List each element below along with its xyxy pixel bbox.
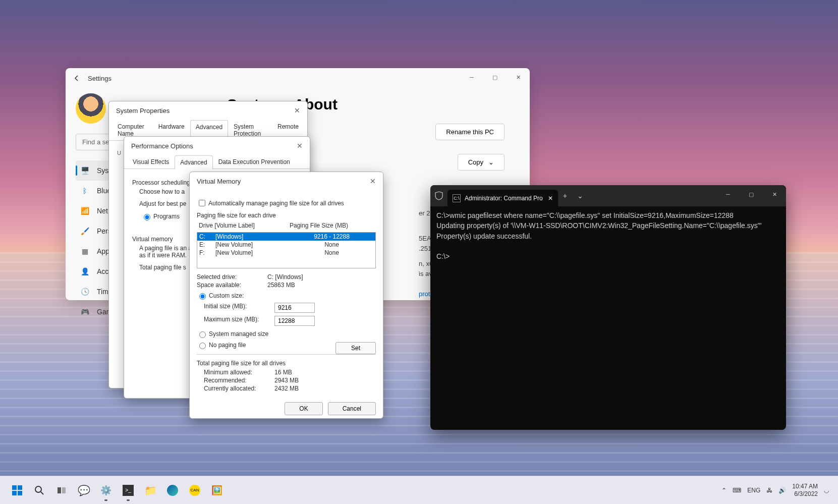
copy-label: Copy: [468, 158, 483, 166]
terminal-tab[interactable]: C:\ Administrator: Command Pro ✕: [448, 190, 558, 206]
tab-close-icon[interactable]: ✕: [548, 195, 553, 202]
terminal-icon: >_: [123, 485, 134, 496]
nav-icon: ᛒ: [80, 186, 90, 196]
back-button[interactable]: [71, 72, 83, 84]
nav-icon: 👤: [80, 266, 90, 276]
settings-app-title: Settings: [88, 75, 111, 82]
system-managed-radio-row[interactable]: System managed size: [197, 330, 376, 338]
terminal-window: C:\ Administrator: Command Pro ✕ + ⌄ ─ ▢…: [430, 185, 786, 430]
nav-icon: ▦: [80, 246, 90, 256]
currently-allocated-label: Currently allocated:: [204, 385, 274, 392]
nav-icon: 🖌️: [80, 226, 90, 236]
svg-rect-6: [58, 487, 61, 493]
nav-icon: 🕓: [80, 287, 90, 297]
close-icon[interactable]: ✕: [294, 106, 300, 115]
terminal-taskbar-button[interactable]: >_: [120, 482, 137, 499]
clock-date: 6/3/2022: [792, 490, 818, 497]
close-button[interactable]: ✕: [507, 68, 530, 86]
edge-icon: [167, 485, 178, 496]
terminal-minimize-button[interactable]: ─: [716, 185, 740, 203]
clock[interactable]: 10:47 AM 6/3/2022: [792, 483, 818, 497]
each-drive-label: Paging file size for each drive: [197, 212, 376, 219]
version-fragment: .251: [419, 245, 431, 252]
sysprops-titlebar: System Properties ✕: [109, 101, 307, 120]
taskbar: 💬 ⚙️ >_ 📁 CAN 🖼️ ⌃ ⌨ ENG 🖧 🔊 10:47 AM 6/…: [0, 476, 838, 504]
language-indicator[interactable]: ENG: [747, 487, 760, 494]
tab-advanced[interactable]: Advanced: [175, 155, 212, 169]
close-icon[interactable]: ✕: [297, 142, 303, 150]
tab-dep[interactable]: Data Execution Prevention: [213, 155, 296, 169]
vmem-cancel-button[interactable]: Cancel: [328, 402, 376, 415]
svg-rect-3: [18, 491, 22, 495]
custom-size-radio[interactable]: [199, 293, 206, 300]
close-icon[interactable]: ✕: [370, 177, 376, 185]
terminal-titlebar: C:\ Administrator: Command Pro ✕ + ⌄ ─ ▢…: [430, 185, 786, 206]
tray-overflow-icon[interactable]: ⌃: [721, 487, 727, 494]
drive-list-header: Drive [Volume Label] Paging File Size (M…: [197, 221, 376, 230]
search-button[interactable]: [31, 482, 48, 499]
auto-manage-checkbox[interactable]: [199, 200, 205, 206]
network-icon[interactable]: 🖧: [766, 487, 772, 494]
user-avatar[interactable]: [76, 93, 106, 124]
sysprops-title: System Properties: [116, 107, 170, 115]
system-managed-label: System managed size: [209, 330, 268, 338]
maximum-size-label: Maximum size (MB):: [204, 316, 274, 326]
shield-icon: [434, 191, 443, 200]
vmem-titlebar: Virtual Memory ✕: [190, 172, 383, 190]
drive-row[interactable]: E:[New Volume]None: [197, 241, 375, 249]
maximize-button[interactable]: ▢: [483, 68, 507, 86]
programs-radio-input[interactable]: [144, 214, 150, 220]
programs-label: Programs: [153, 213, 180, 220]
drive-list[interactable]: C:[Windows]9216 - 12288E:[New Volume]Non…: [197, 232, 376, 268]
svg-rect-2: [12, 491, 17, 495]
notifications-icon[interactable]: ◡: [824, 487, 832, 494]
auto-manage-checkbox-row[interactable]: Automatically manage paging file size fo…: [197, 198, 376, 208]
nav-icon: 🎮: [80, 307, 90, 317]
rename-pc-button[interactable]: Rename this PC: [435, 124, 505, 140]
system-managed-radio[interactable]: [199, 331, 206, 338]
keyboard-icon[interactable]: ⌨: [733, 487, 741, 494]
custom-size-label: Custom size:: [209, 292, 244, 299]
no-paging-radio[interactable]: [199, 343, 206, 349]
task-view-button[interactable]: [53, 482, 70, 499]
edge-button[interactable]: [164, 482, 181, 499]
chat-button[interactable]: 💬: [75, 482, 92, 499]
space-available-label: Space available:: [197, 282, 267, 289]
svg-rect-1: [18, 485, 22, 490]
selected-drive-value: C: [Windows]: [267, 273, 303, 281]
tab-visual-effects[interactable]: Visual Effects: [127, 155, 175, 169]
drive-row[interactable]: F:[New Volume]None: [197, 249, 375, 257]
terminal-output[interactable]: C:\>wmic pagefileset where name="C:\\pag…: [430, 206, 786, 265]
canary-icon: CAN: [189, 485, 200, 496]
svg-point-4: [35, 486, 41, 492]
new-tab-button[interactable]: +: [558, 192, 572, 200]
settings-taskbar-button[interactable]: ⚙️: [97, 482, 115, 499]
drive-row[interactable]: C:[Windows]9216 - 12288: [197, 233, 375, 241]
start-button[interactable]: [9, 482, 26, 499]
folder-icon: 📁: [144, 484, 157, 496]
explorer-button[interactable]: 📁: [142, 482, 159, 499]
canary-button[interactable]: CAN: [186, 482, 203, 499]
vmem-ok-button[interactable]: OK: [285, 402, 322, 415]
minimize-button[interactable]: ─: [460, 68, 483, 86]
chat-icon: 💬: [78, 484, 90, 496]
initial-size-input[interactable]: [274, 303, 315, 313]
svg-rect-7: [62, 487, 66, 493]
selected-drive-label: Selected drive:: [197, 273, 267, 281]
clock-time: 10:47 AM: [792, 483, 818, 490]
volume-icon[interactable]: 🔊: [778, 487, 786, 494]
system-tray: ⌃ ⌨ ENG 🖧 🔊 10:47 AM 6/3/2022 ◡: [721, 483, 832, 497]
virtual-memory-dialog: Virtual Memory ✕ Automatically manage pa…: [189, 172, 383, 419]
set-button[interactable]: Set: [336, 342, 376, 354]
tab-dropdown-button[interactable]: ⌄: [572, 192, 588, 200]
nav-icon: 📶: [80, 206, 90, 216]
image-app-button[interactable]: 🖼️: [208, 482, 226, 499]
terminal-maximize-button[interactable]: ▢: [740, 185, 763, 203]
maximum-size-input[interactable]: [274, 316, 315, 326]
currently-allocated-value: 2432 MB: [274, 385, 299, 392]
copy-button[interactable]: Copy ⌄: [458, 154, 505, 171]
custom-size-radio-row[interactable]: Custom size:: [197, 292, 376, 300]
min-allowed-value: 16 MB: [274, 369, 292, 376]
initial-size-label: Initial size (MB):: [204, 303, 274, 313]
terminal-close-button[interactable]: ✕: [763, 185, 786, 203]
